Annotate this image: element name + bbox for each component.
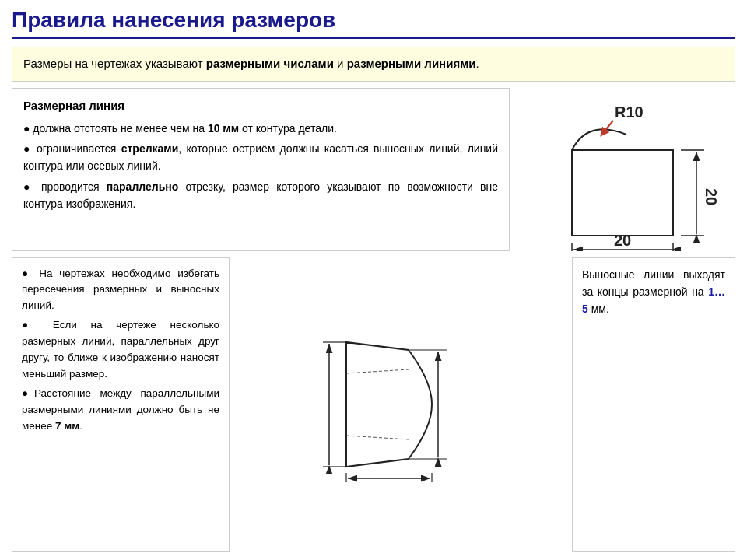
bottom-right-box: Выносные линии выходят за концы размерно… bbox=[572, 257, 735, 553]
svg-text:20: 20 bbox=[703, 187, 720, 205]
intro-box: Размеры на чертежах указывают размерными… bbox=[12, 47, 735, 82]
bottom-p3: ●Расстояние между параллельными размерны… bbox=[22, 386, 219, 435]
bottom-diagram-svg bbox=[315, 327, 486, 482]
br-text2: мм. bbox=[588, 303, 609, 315]
br-text1: Выносные линии выходят за концы размерно… bbox=[582, 268, 725, 298]
razm-liniya-box: Размерная линия ● должна отстоять не мен… bbox=[12, 88, 510, 251]
bottom-left-box: ● На чертежах необходимо избегать пересе… bbox=[12, 257, 230, 553]
page: Правила нанесения размеров Размеры на че… bbox=[0, 0, 747, 560]
intro-text-2: и bbox=[334, 57, 347, 70]
bottom-section: ● На чертежах необходимо избегать пересе… bbox=[12, 257, 735, 553]
svg-line-22 bbox=[346, 369, 409, 373]
bullet1: ● должна отстоять не менее чем на 10 мм … bbox=[23, 120, 498, 137]
bullet2: ● ограничивается стрелками, которые остр… bbox=[23, 140, 498, 175]
intro-bold-2: размерными линиями bbox=[347, 57, 476, 70]
page-title: Правила нанесения размеров bbox=[12, 8, 735, 39]
bottom-p1: ● На чертежах необходимо избегать пересе… bbox=[22, 266, 219, 315]
bottom-center-diagram bbox=[237, 257, 564, 553]
middle-section: Размерная линия ● должна отстоять не мен… bbox=[12, 88, 735, 251]
svg-rect-0 bbox=[572, 150, 673, 236]
svg-line-23 bbox=[346, 436, 409, 439]
svg-text:20: 20 bbox=[614, 232, 631, 249]
top-diagram-svg: R10 20 20 bbox=[525, 88, 728, 251]
svg-line-2 bbox=[603, 121, 613, 133]
intro-text-3: . bbox=[475, 57, 479, 70]
bullet3: ● проводится параллельно отрезку, размер… bbox=[23, 178, 498, 213]
intro-bold-1: размерными числами bbox=[206, 57, 334, 70]
svg-text:R10: R10 bbox=[615, 103, 644, 121]
razm-liniya-title: Размерная линия bbox=[23, 96, 498, 115]
top-diagram: R10 20 20 bbox=[517, 88, 735, 251]
bottom-p2: ● Если на чертеже несколько размерных ли… bbox=[22, 317, 219, 383]
intro-text-1: Размеры на чертежах указывают bbox=[23, 57, 206, 70]
